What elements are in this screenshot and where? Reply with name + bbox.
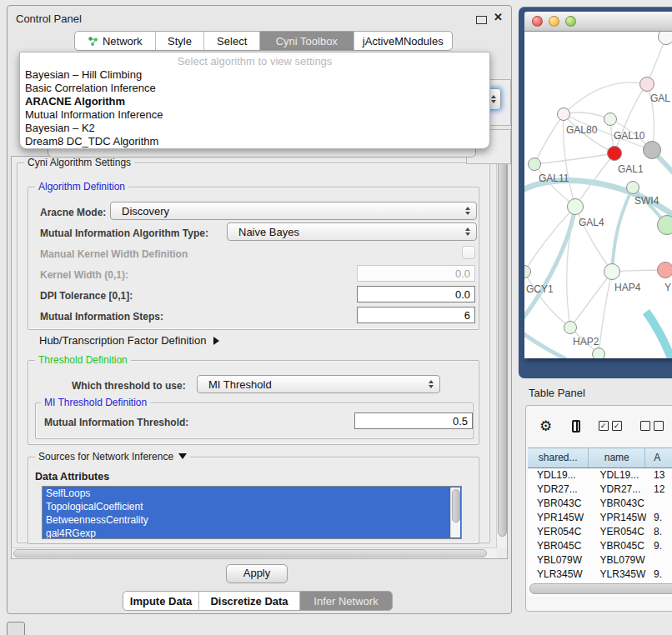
- mi-steps-label: Mutual Information Steps:: [40, 311, 163, 322]
- table-cell: YBL079W: [589, 553, 647, 568]
- tab-infer-network[interactable]: Infer Network: [300, 592, 392, 610]
- network-node-label: GAL11: [539, 172, 569, 184]
- table-row[interactable]: YDL19...YDL19...13: [528, 468, 672, 482]
- horizontal-scrollbar[interactable]: [12, 548, 497, 558]
- network-node[interactable]: [626, 181, 639, 194]
- kernel-width-label: Kernel Width (0,1):: [40, 269, 128, 281]
- network-node[interactable]: [658, 32, 672, 45]
- table-cell: YER054C: [589, 525, 647, 539]
- dpi-tolerance-field[interactable]: 0.0: [357, 286, 475, 302]
- tab-impute-data[interactable]: Impute Data: [123, 592, 199, 610]
- network-node-label: Y: [664, 282, 671, 293]
- list-scrollbar[interactable]: [450, 488, 460, 538]
- close-icon[interactable]: ✕: [494, 11, 503, 23]
- minimize-traffic-light-icon[interactable]: [549, 16, 559, 27]
- minimized-panel-icon[interactable]: [7, 622, 25, 635]
- table-row[interactable]: YBR043CYBR043C: [528, 497, 672, 511]
- zoom-traffic-light-icon[interactable]: [565, 16, 576, 27]
- bottom-tabbar: Impute Data Discretize Data Infer Networ…: [123, 591, 393, 611]
- manual-kernel-width-label: Manual Kernel Width Definition: [40, 248, 188, 260]
- list-item[interactable]: BetweennessCentrality: [43, 513, 461, 527]
- menu-item-bayesian-hill-climbing[interactable]: Bayesian – Hill Climbing: [20, 68, 489, 82]
- network-node[interactable]: [657, 262, 672, 278]
- network-node[interactable]: [528, 158, 541, 171]
- aracne-mode-label: Aracne Mode:: [40, 207, 106, 218]
- tab-network[interactable]: Network: [75, 32, 156, 50]
- select-all-columns-icon[interactable]: ✓ ✓: [599, 421, 622, 431]
- unchecked-box-icon: [640, 421, 650, 431]
- mi-algorithm-type-combo[interactable]: Naive Bayes: [227, 222, 477, 241]
- column-header[interactable]: A: [645, 448, 672, 468]
- list-item[interactable]: gal4RGexp: [43, 527, 461, 539]
- table-cell: YDR27...: [528, 482, 589, 497]
- close-traffic-light-icon[interactable]: [532, 16, 543, 27]
- menu-item-mutual-information[interactable]: Mutual Information Inference: [20, 108, 489, 122]
- network-node[interactable]: [564, 321, 577, 334]
- network-node[interactable]: [643, 141, 661, 159]
- network-node[interactable]: [607, 146, 622, 161]
- scrollbar-thumb[interactable]: [498, 158, 507, 537]
- tab-style[interactable]: Style: [156, 32, 205, 50]
- deselect-all-columns-icon[interactable]: [640, 421, 664, 431]
- menu-item-basic-correlation[interactable]: Basic Correlation Inference: [20, 82, 489, 95]
- network-node[interactable]: [592, 348, 605, 358]
- table-row[interactable]: YBL079WYBL079W: [528, 553, 672, 568]
- menu-item-aracne[interactable]: ARACNE Algorithm: [20, 95, 489, 108]
- float-window-icon[interactable]: [476, 16, 487, 24]
- network-node[interactable]: [639, 77, 654, 92]
- stepper-up-icon: [491, 95, 496, 98]
- network-node[interactable]: [567, 198, 584, 215]
- table-cell: 9.: [646, 539, 672, 553]
- table-row[interactable]: YLR345WYLR345W9.: [528, 568, 672, 582]
- column-header[interactable]: shared...: [528, 448, 589, 468]
- menu-item-dream8[interactable]: Dream8 DC_TDC Algorithm: [20, 135, 489, 148]
- sources-section-toggle[interactable]: Sources for Network Inference: [35, 451, 190, 462]
- gear-icon[interactable]: ⚙: [539, 418, 552, 435]
- unchecked-box-icon: [654, 421, 664, 431]
- collapse-arrow-icon: [178, 453, 187, 459]
- mi-algorithm-type-label: Mutual Information Algorithm Type:: [40, 228, 208, 239]
- vertical-scrollbar[interactable]: [496, 157, 507, 548]
- stepper-icon: [465, 207, 470, 215]
- table-row[interactable]: YPR145WYPR145W9.: [528, 511, 672, 525]
- mi-threshold-field[interactable]: 0.5: [354, 412, 473, 429]
- table-cell: YBR045C: [528, 539, 589, 553]
- menu-item-bayesian-k2[interactable]: Bayesian – K2: [20, 122, 489, 135]
- network-window-titlebar[interactable]: [524, 12, 672, 32]
- table-horizontal-scrollbar[interactable]: [529, 583, 672, 594]
- columns-icon[interactable]: [572, 420, 579, 432]
- which-threshold-combo[interactable]: MI Threshold: [197, 375, 440, 393]
- list-item[interactable]: TopologicalCoefficient: [43, 500, 461, 513]
- tab-select[interactable]: Select: [204, 32, 260, 50]
- kernel-width-field[interactable]: 0.0: [357, 265, 475, 282]
- apply-button[interactable]: Apply: [226, 564, 288, 583]
- network-node[interactable]: [557, 108, 570, 121]
- network-node[interactable]: [604, 263, 620, 280]
- table-row[interactable]: YBR045CYBR045C9.: [528, 539, 672, 553]
- network-node-label: HAP2: [573, 336, 599, 348]
- column-header[interactable]: name: [589, 448, 645, 468]
- network-view-window: GALGAL80GAL10GAL1GAL11SWI4GAL4GCY1HAP4YH…: [519, 7, 672, 378]
- network-canvas[interactable]: GALGAL80GAL10GAL1GAL11SWI4GAL4GCY1HAP4YH…: [524, 32, 672, 358]
- settings-scrollpane: Cyni Algorithm Settings Algorithm Defini…: [11, 156, 508, 559]
- tab-label: Impute Data: [130, 595, 192, 608]
- table-cell: YPR145W: [528, 511, 589, 525]
- scrollbar-thumb[interactable]: [13, 549, 487, 558]
- tab-discretize-data[interactable]: Discretize Data: [199, 592, 300, 610]
- list-item[interactable]: SelfLoops: [43, 487, 461, 500]
- manual-kernel-width-checkbox[interactable]: [462, 246, 475, 259]
- mi-steps-field[interactable]: 6: [357, 307, 475, 323]
- network-node[interactable]: [657, 215, 672, 235]
- hub-transcription-section-toggle[interactable]: Hub/Transcription Factor Definition: [39, 334, 219, 347]
- data-attributes-list[interactable]: SelfLoops TopologicalCoefficient Between…: [42, 486, 462, 539]
- tab-cyni-toolbox[interactable]: Cyni Toolbox: [260, 32, 354, 50]
- tab-jactivemnodules[interactable]: jActiveMNodules: [354, 32, 452, 50]
- table-row[interactable]: YER054CYER054C8.: [528, 525, 672, 539]
- which-threshold-label: Which threshold to use:: [72, 380, 186, 392]
- table-row[interactable]: YDR27...YDR27...12: [528, 482, 672, 497]
- node-table: shared... name A YDL19...YDL19...13YDR27…: [528, 448, 672, 596]
- table-header: shared... name A: [528, 448, 672, 468]
- table-cell: 8.: [646, 525, 672, 539]
- aracne-mode-combo[interactable]: Discovery: [110, 202, 477, 220]
- network-node[interactable]: [604, 112, 617, 126]
